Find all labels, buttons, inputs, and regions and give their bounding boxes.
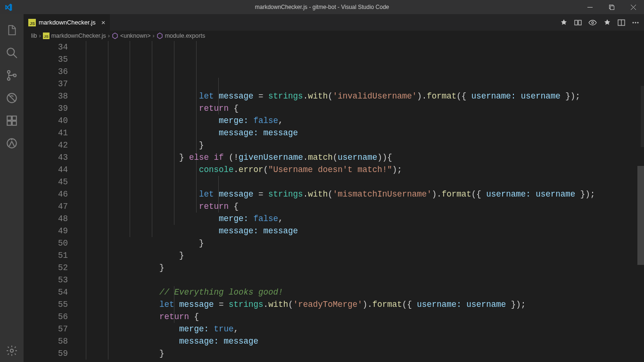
line-number: 44: [24, 164, 68, 176]
close-tab-icon[interactable]: ×: [101, 18, 106, 26]
svg-point-22: [633, 22, 634, 23]
editor-toolbar: [560, 14, 644, 31]
svg-point-9: [14, 74, 16, 76]
svg-point-8: [8, 78, 10, 80]
breadcrumb-item[interactable]: <unknown>: [120, 33, 151, 39]
code-line[interactable]: message: message: [80, 335, 644, 347]
debug-icon[interactable]: [0, 87, 23, 109]
code-line[interactable]: }: [80, 139, 644, 151]
code-content[interactable]: let message = strings.with('invalidUsern…: [80, 41, 644, 362]
code-line[interactable]: merge: false,: [80, 115, 644, 127]
line-number: 59: [24, 347, 68, 360]
explorer-icon[interactable]: [0, 19, 23, 41]
more-actions-icon[interactable]: [632, 19, 639, 26]
breadcrumb-item[interactable]: module.exports: [165, 33, 205, 39]
gitlens-icon[interactable]: [0, 132, 23, 155]
line-number: 53: [24, 274, 68, 286]
line-number: 38: [24, 90, 68, 102]
tab-bar: JS markdownChecker.js ×: [24, 14, 644, 31]
svg-rect-12: [7, 121, 11, 125]
svg-rect-17: [575, 20, 578, 25]
code-line[interactable]: merge: false,: [80, 213, 644, 225]
symbol-icon: [157, 33, 163, 39]
compare-changes-icon[interactable]: [574, 19, 582, 26]
line-number: 39: [24, 102, 68, 115]
code-line[interactable]: return {: [80, 200, 644, 213]
source-control-icon[interactable]: [0, 64, 23, 87]
chevron-right-icon: ›: [39, 33, 41, 39]
vertical-scrollbar[interactable]: [637, 41, 644, 362]
code-line[interactable]: return {: [80, 311, 644, 323]
line-number: 55: [24, 298, 68, 311]
code-line[interactable]: }: [80, 347, 644, 360]
line-number: 50: [24, 237, 68, 249]
svg-point-19: [592, 22, 594, 24]
svg-rect-18: [578, 20, 581, 25]
svg-point-5: [7, 48, 14, 55]
editor-area: JS markdownChecker.js × lib › JS markdow…: [24, 14, 644, 362]
code-line[interactable]: } else if (!givenUsername.match(username…: [80, 151, 644, 164]
code-line[interactable]: message: message: [80, 225, 644, 237]
code-line[interactable]: return {: [80, 102, 644, 115]
code-line[interactable]: let message = strings.with('invalidUsern…: [80, 90, 644, 102]
code-line[interactable]: } else {: [80, 360, 644, 362]
code-line[interactable]: }: [80, 249, 644, 262]
code-line[interactable]: }: [80, 237, 644, 249]
close-button[interactable]: [622, 0, 644, 14]
activity-bar: [0, 14, 24, 362]
line-number: 34: [24, 41, 68, 53]
code-line[interactable]: console.error("Username doesn't match!")…: [80, 164, 644, 176]
scroll-thumb[interactable]: [637, 166, 644, 265]
breadcrumb-item[interactable]: lib: [31, 33, 37, 39]
line-number: 43: [24, 151, 68, 164]
svg-rect-11: [7, 116, 11, 120]
code-line[interactable]: let message = strings.with('mismatchInUs…: [80, 188, 644, 200]
minimize-button[interactable]: [579, 0, 601, 14]
vscode-logo-icon: [0, 3, 17, 11]
line-number: 48: [24, 213, 68, 225]
code-line[interactable]: // Everything looks good!: [80, 286, 644, 298]
line-number: 45: [24, 176, 68, 188]
code-line[interactable]: [80, 176, 644, 188]
line-number: 36: [24, 66, 68, 78]
minimap-slider[interactable]: [641, 86, 644, 147]
js-file-icon: JS: [43, 33, 50, 39]
js-file-icon: JS: [28, 19, 36, 26]
search-icon[interactable]: [0, 41, 23, 64]
line-number: 49: [24, 225, 68, 237]
svg-point-23: [635, 22, 636, 23]
symbol-icon: [112, 33, 118, 39]
tab-label: markdownChecker.js: [39, 19, 96, 26]
window-title: markdownChecker.js - gitme-bot - Visual …: [255, 4, 389, 10]
svg-line-6: [13, 54, 17, 58]
code-line[interactable]: let message = strings.with('readyToMerge…: [80, 298, 644, 311]
code-line[interactable]: }: [80, 262, 644, 274]
code-line[interactable]: merge: true,: [80, 323, 644, 335]
extensions-icon[interactable]: [0, 109, 23, 132]
toolbar-icon[interactable]: [560, 19, 568, 26]
svg-rect-2: [610, 6, 614, 9]
split-editor-icon[interactable]: [618, 19, 625, 26]
line-number: 40: [24, 115, 68, 127]
line-number: 57: [24, 323, 68, 335]
svg-point-16: [10, 349, 14, 353]
toggle-preview-icon[interactable]: [588, 19, 597, 26]
settings-gear-icon[interactable]: [0, 339, 23, 362]
code-line[interactable]: message: message: [80, 127, 644, 139]
toolbar-icon[interactable]: [603, 19, 611, 26]
line-number: 42: [24, 139, 68, 151]
code-line[interactable]: [80, 78, 644, 90]
tab-markdownchecker[interactable]: JS markdownChecker.js ×: [24, 14, 110, 31]
breadcrumbs[interactable]: lib › JS markdownChecker.js › <unknown> …: [24, 31, 644, 41]
line-number-gutter: 3435363738394041424344454647484950515253…: [24, 41, 80, 362]
code-editor[interactable]: 3435363738394041424344454647484950515253…: [24, 41, 644, 362]
line-number: 58: [24, 335, 68, 347]
breadcrumb-item[interactable]: markdownChecker.js: [51, 33, 106, 39]
svg-rect-14: [12, 116, 17, 120]
window-controls: [579, 0, 644, 14]
maximize-button[interactable]: [601, 0, 622, 14]
line-number: 37: [24, 78, 68, 90]
line-number: 56: [24, 311, 68, 323]
code-line[interactable]: [80, 274, 644, 286]
line-number: 47: [24, 200, 68, 213]
